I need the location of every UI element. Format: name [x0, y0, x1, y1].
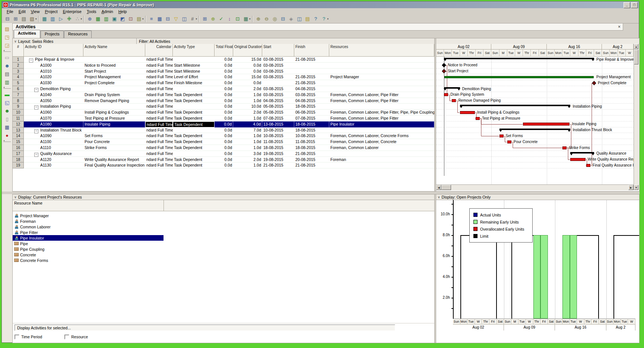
apply-actuals-icon[interactable]: ⊡ — [234, 15, 241, 23]
more-options-icon[interactable]: ▾ — [249, 18, 251, 20]
menu-item-admin[interactable]: Admin — [99, 9, 115, 14]
vsplit-icon[interactable]: ◫ — [296, 15, 303, 23]
resource-row-concrete-forms[interactable]: Concrete Forms — [13, 257, 164, 263]
reports-icon[interactable]: ▤ — [3, 70, 11, 77]
tracking-icon[interactable]: ▥ — [3, 78, 11, 86]
resource-row-pipe-fitter[interactable]: Pipe Fitter — [13, 230, 164, 235]
pointer-icon[interactable]: ✙ — [66, 15, 73, 23]
open-project-icon[interactable]: ◳ — [3, 33, 11, 41]
folder-icon[interactable]: ▭ — [3, 54, 11, 61]
menu-item-enterprise[interactable]: Enterprise — [60, 9, 84, 14]
spreadsheet-icon[interactable]: ▦ — [3, 123, 11, 131]
more-options-icon[interactable]: ▾ — [35, 18, 37, 20]
progress-spotlight-icon[interactable]: ⊕ — [209, 15, 217, 23]
task-bar[interactable] — [452, 99, 456, 102]
collapse-icon[interactable]: − — [34, 153, 38, 157]
focus-icon[interactable]: ◈ — [288, 15, 295, 23]
document-icon[interactable]: ▯ — [3, 115, 11, 123]
table-row[interactable]: 19A1130Final Quality Assurance Inspectio… — [13, 162, 434, 168]
loe-bar[interactable] — [444, 76, 594, 78]
remaining-units-bar[interactable] — [540, 235, 548, 319]
column-header-activity-type[interactable]: Activity Type — [173, 44, 215, 57]
task-bar[interactable] — [444, 93, 448, 96]
table-row[interactable]: 6−Demolition Pipingndard Full Time0.0d2.… — [13, 86, 434, 92]
table-row[interactable]: 13−Installation Thrust Blockndard Full T… — [13, 127, 434, 133]
hsplit-icon[interactable]: ⊟ — [279, 15, 287, 23]
table-row[interactable]: 11A1070Test Piping at Pressurendard Full… — [13, 116, 434, 121]
resource-row-pipe-insulator[interactable]: Pipe Insulator — [13, 235, 164, 241]
table-row[interactable]: 12A1080Insulate Pipingndard Full TimeTas… — [13, 121, 434, 127]
columns-icon[interactable]: ▦ — [156, 15, 164, 23]
trace-logic-icon[interactable]: ∴ — [74, 15, 81, 23]
group-sort-icon[interactable]: ≡ — [148, 15, 155, 23]
bars-config-icon[interactable]: ⊟ — [164, 15, 172, 23]
task-bar[interactable] — [562, 146, 567, 149]
new-project-icon[interactable]: ▨ — [3, 25, 11, 32]
column-header-total-float[interactable]: Total Float — [215, 44, 233, 57]
summary-bar[interactable] — [570, 152, 594, 154]
task-bar[interactable] — [460, 111, 475, 114]
resource-row-pipe[interactable]: Pipe — [13, 241, 164, 246]
remaining-units-bar[interactable] — [562, 235, 570, 319]
more-options-icon[interactable]: ▾ — [196, 18, 197, 20]
collapse-icon[interactable]: − — [34, 129, 38, 133]
summary-bar[interactable] — [460, 105, 571, 106]
resource-checkbox[interactable] — [64, 335, 69, 339]
time-period-checkbox[interactable] — [15, 335, 19, 339]
tab-activities[interactable]: Activities — [14, 30, 40, 38]
column-header-activity-name[interactable]: Activity Name — [83, 44, 145, 57]
wbs-icon[interactable]: ▥ — [102, 15, 110, 23]
summary-bar[interactable] — [444, 87, 460, 89]
menu-item-help[interactable]: Help — [116, 9, 130, 14]
zoom-out-icon[interactable]: ⊖ — [263, 15, 270, 23]
task-bar[interactable] — [586, 164, 590, 167]
collapse-icon[interactable]: − — [34, 88, 38, 92]
relationships-icon[interactable]: ⊡ — [127, 15, 134, 23]
scrollbar-thumb[interactable] — [634, 50, 638, 64]
usage-display-bar[interactable]: ∨ Display: Open Projects Only — [436, 194, 640, 200]
update-progress-icon[interactable]: ✓ — [218, 15, 225, 23]
recalc-icon[interactable]: ▦ — [242, 15, 250, 23]
print-preview-icon[interactable]: ⊞ — [12, 15, 19, 23]
resource-row-foreman[interactable]: Foreman — [13, 218, 164, 224]
activities-view-icon[interactable]: ▣ — [111, 15, 118, 23]
column-header-original-duration[interactable]: Original Duration — [233, 44, 262, 57]
minimize-button[interactable]: _ — [624, 2, 630, 8]
more-options-icon[interactable]: ▾ — [81, 18, 82, 20]
menu-item-view[interactable]: View — [28, 9, 42, 14]
table-row[interactable]: 10A1060Install Piping & Couplingsndard F… — [13, 110, 434, 116]
pane-splitter[interactable] — [2, 192, 640, 194]
table-row[interactable]: 3A1010Start Projectndard Full TimeStart … — [13, 69, 434, 75]
scroll-down-icon[interactable]: ▼ — [634, 185, 638, 190]
help-icon[interactable]: ? — [312, 15, 320, 23]
resource-row-pipe-coupling[interactable]: Pipe Coupling — [13, 246, 164, 252]
layout-bar[interactable]: ∨ Layout: Swiss Rides Filter: All Activi… — [13, 38, 640, 44]
close-panel-button[interactable]: × — [618, 24, 621, 29]
table-row[interactable]: 14A1090Set Formsndard Full TimeTask Depe… — [13, 133, 434, 139]
remaining-units-bar[interactable] — [570, 235, 577, 319]
assignments-icon[interactable]: ☻ — [3, 107, 11, 114]
reports-icon[interactable]: ▤ — [135, 15, 143, 23]
task-bar[interactable] — [523, 123, 570, 126]
table-row[interactable]: 7A1040Drain Piping Systemndard Full Time… — [13, 92, 434, 98]
publish-icon[interactable]: ▧ — [28, 15, 36, 23]
risks-icon[interactable]: ● — [3, 132, 11, 139]
table-row[interactable]: 17−Quality Assurancendard Full Time0.0d3… — [13, 151, 434, 157]
resources-display-bar[interactable]: ∨ Display: Current Project's Resources — [13, 194, 434, 200]
page-setup-icon[interactable]: ▤ — [20, 15, 28, 23]
column-header-resources[interactable]: Resources — [329, 44, 434, 57]
zoom-in-icon[interactable]: ⊕ — [255, 15, 262, 23]
column-header-start[interactable]: Start — [262, 44, 294, 57]
table-row[interactable]: 15A1100Pour Concretendard Full TimeTask … — [13, 139, 434, 145]
tab-projects[interactable]: Projects — [41, 31, 64, 38]
resource-row-project-manager[interactable]: Project Manager — [13, 213, 164, 218]
table-row[interactable]: 2A1000Notice to Proceedndard Full TimeSt… — [13, 63, 434, 69]
print-icon[interactable]: ⊟ — [4, 15, 11, 23]
level-resources-icon[interactable]: ↕ — [226, 15, 233, 23]
task-bar[interactable] — [499, 135, 504, 137]
layout-icon[interactable]: ▥ — [49, 15, 57, 23]
scroll-left-icon[interactable]: ◀ — [436, 185, 441, 190]
zoom-fit-icon[interactable]: ◎ — [271, 15, 279, 23]
menu-item-edit[interactable]: Edit — [16, 9, 28, 14]
windows-icon[interactable]: ◱ — [3, 99, 11, 106]
